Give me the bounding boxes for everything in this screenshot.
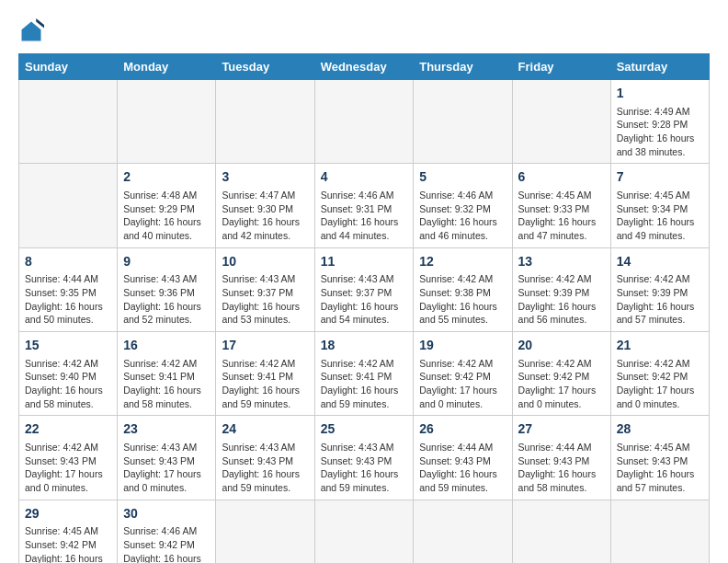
day-number: 27 — [518, 420, 605, 439]
day-number: 25 — [321, 420, 408, 439]
weekday-header: Saturday — [610, 54, 709, 80]
day-info: Sunrise: 4:42 AMSunset: 9:39 PMDaylight:… — [617, 272, 703, 327]
calendar-day-cell — [19, 164, 118, 247]
calendar-day-cell: 12Sunrise: 4:42 AMSunset: 9:38 PMDayligh… — [414, 247, 512, 331]
day-number: 21 — [617, 337, 703, 355]
calendar-day-cell — [216, 80, 314, 164]
calendar-header-row: SundayMondayTuesdayWednesdayThursdayFrid… — [19, 54, 710, 80]
calendar-day-cell — [314, 500, 414, 563]
day-info: Sunrise: 4:42 AMSunset: 9:42 PMDaylight:… — [518, 357, 605, 411]
calendar-day-cell — [414, 500, 512, 563]
day-info: Sunrise: 4:42 AMSunset: 9:38 PMDaylight:… — [419, 272, 506, 327]
day-number: 26 — [419, 420, 506, 439]
calendar-week-row: 22Sunrise: 4:42 AMSunset: 9:43 PMDayligh… — [19, 416, 710, 500]
weekday-header: Sunday — [19, 54, 118, 80]
day-info: Sunrise: 4:45 AMSunset: 9:34 PMDaylight:… — [617, 189, 703, 243]
day-info: Sunrise: 4:45 AMSunset: 9:42 PMDaylight:… — [25, 524, 111, 563]
day-number: 13 — [518, 253, 605, 271]
calendar-day-cell — [512, 500, 610, 563]
calendar-week-row: 29Sunrise: 4:45 AMSunset: 9:42 PMDayligh… — [19, 500, 710, 563]
day-info: Sunrise: 4:43 AMSunset: 9:36 PMDaylight:… — [123, 272, 210, 327]
logo-icon — [18, 18, 44, 44]
day-number: 15 — [25, 337, 111, 355]
day-info: Sunrise: 4:44 AMSunset: 9:35 PMDaylight:… — [25, 272, 111, 327]
day-number: 11 — [321, 253, 408, 271]
day-info: Sunrise: 4:44 AMSunset: 9:43 PMDaylight:… — [419, 441, 506, 495]
day-info: Sunrise: 4:43 AMSunset: 9:37 PMDaylight:… — [321, 272, 408, 327]
logo — [18, 18, 48, 44]
calendar-day-cell: 30Sunrise: 4:46 AMSunset: 9:42 PMDayligh… — [118, 500, 216, 563]
calendar-day-cell: 26Sunrise: 4:44 AMSunset: 9:43 PMDayligh… — [414, 416, 512, 500]
day-info: Sunrise: 4:44 AMSunset: 9:43 PMDaylight:… — [518, 441, 605, 495]
day-info: Sunrise: 4:46 AMSunset: 9:32 PMDaylight:… — [419, 189, 506, 243]
day-number: 30 — [123, 505, 210, 523]
calendar-day-cell: 4Sunrise: 4:46 AMSunset: 9:31 PMDaylight… — [314, 164, 414, 247]
day-info: Sunrise: 4:48 AMSunset: 9:29 PMDaylight:… — [123, 189, 210, 243]
day-number: 18 — [321, 337, 408, 355]
weekday-header: Friday — [512, 54, 610, 80]
calendar-day-cell: 15Sunrise: 4:42 AMSunset: 9:40 PMDayligh… — [19, 332, 118, 416]
calendar-day-cell: 8Sunrise: 4:44 AMSunset: 9:35 PMDaylight… — [19, 247, 118, 331]
day-number: 6 — [518, 168, 605, 187]
calendar-day-cell: 3Sunrise: 4:47 AMSunset: 9:30 PMDaylight… — [216, 164, 314, 247]
day-number: 12 — [419, 253, 506, 271]
calendar-day-cell: 2Sunrise: 4:48 AMSunset: 9:29 PMDaylight… — [118, 164, 216, 247]
day-number: 16 — [123, 337, 210, 355]
day-info: Sunrise: 4:45 AMSunset: 9:43 PMDaylight:… — [617, 441, 703, 495]
calendar-day-cell: 13Sunrise: 4:42 AMSunset: 9:39 PMDayligh… — [512, 247, 610, 331]
svg-marker-0 — [22, 22, 41, 41]
day-info: Sunrise: 4:42 AMSunset: 9:39 PMDaylight:… — [518, 272, 605, 327]
calendar-day-cell: 28Sunrise: 4:45 AMSunset: 9:43 PMDayligh… — [610, 416, 709, 500]
day-number: 5 — [419, 168, 506, 187]
calendar-day-cell: 27Sunrise: 4:44 AMSunset: 9:43 PMDayligh… — [512, 416, 610, 500]
svg-marker-1 — [36, 18, 44, 29]
day-number: 1 — [617, 85, 703, 103]
day-info: Sunrise: 4:43 AMSunset: 9:37 PMDaylight:… — [222, 272, 308, 327]
day-info: Sunrise: 4:47 AMSunset: 9:30 PMDaylight:… — [222, 189, 308, 243]
day-number: 14 — [617, 253, 703, 271]
day-number: 4 — [321, 168, 408, 187]
weekday-header: Tuesday — [216, 54, 314, 80]
day-number: 22 — [25, 420, 111, 439]
day-number: 17 — [222, 337, 308, 355]
calendar-week-row: 1Sunrise: 4:49 AMSunset: 9:28 PMDaylight… — [19, 80, 710, 164]
day-number: 20 — [518, 337, 605, 355]
day-info: Sunrise: 4:45 AMSunset: 9:33 PMDaylight:… — [518, 189, 605, 243]
calendar-day-cell: 18Sunrise: 4:42 AMSunset: 9:41 PMDayligh… — [314, 332, 414, 416]
day-info: Sunrise: 4:42 AMSunset: 9:41 PMDaylight:… — [321, 357, 408, 411]
day-info: Sunrise: 4:46 AMSunset: 9:31 PMDaylight:… — [321, 189, 408, 243]
day-number: 29 — [25, 505, 111, 523]
calendar-day-cell — [19, 80, 118, 164]
calendar-day-cell: 19Sunrise: 4:42 AMSunset: 9:42 PMDayligh… — [414, 332, 512, 416]
calendar-day-cell: 7Sunrise: 4:45 AMSunset: 9:34 PMDaylight… — [610, 164, 709, 247]
calendar-day-cell: 10Sunrise: 4:43 AMSunset: 9:37 PMDayligh… — [216, 247, 314, 331]
day-number: 19 — [419, 337, 506, 355]
day-info: Sunrise: 4:42 AMSunset: 9:41 PMDaylight:… — [123, 357, 210, 411]
calendar-day-cell: 16Sunrise: 4:42 AMSunset: 9:41 PMDayligh… — [118, 332, 216, 416]
day-number: 8 — [25, 253, 111, 271]
calendar-day-cell: 6Sunrise: 4:45 AMSunset: 9:33 PMDaylight… — [512, 164, 610, 247]
day-number: 24 — [222, 420, 308, 439]
day-number: 28 — [617, 420, 703, 439]
day-number: 2 — [123, 168, 210, 187]
page-header — [18, 18, 710, 44]
calendar-day-cell: 21Sunrise: 4:42 AMSunset: 9:42 PMDayligh… — [610, 332, 709, 416]
calendar-day-cell: 23Sunrise: 4:43 AMSunset: 9:43 PMDayligh… — [118, 416, 216, 500]
day-info: Sunrise: 4:43 AMSunset: 9:43 PMDaylight:… — [222, 441, 308, 495]
calendar-day-cell: 22Sunrise: 4:42 AMSunset: 9:43 PMDayligh… — [19, 416, 118, 500]
weekday-header: Wednesday — [314, 54, 414, 80]
calendar-day-cell: 5Sunrise: 4:46 AMSunset: 9:32 PMDaylight… — [414, 164, 512, 247]
calendar-day-cell: 24Sunrise: 4:43 AMSunset: 9:43 PMDayligh… — [216, 416, 314, 500]
calendar-day-cell — [512, 80, 610, 164]
day-number: 7 — [617, 168, 703, 187]
day-info: Sunrise: 4:42 AMSunset: 9:40 PMDaylight:… — [25, 357, 111, 411]
day-info: Sunrise: 4:43 AMSunset: 9:43 PMDaylight:… — [321, 441, 408, 495]
day-info: Sunrise: 4:42 AMSunset: 9:43 PMDaylight:… — [25, 441, 111, 495]
calendar-day-cell: 1Sunrise: 4:49 AMSunset: 9:28 PMDaylight… — [610, 80, 709, 164]
calendar-day-cell: 25Sunrise: 4:43 AMSunset: 9:43 PMDayligh… — [314, 416, 414, 500]
calendar-day-cell: 17Sunrise: 4:42 AMSunset: 9:41 PMDayligh… — [216, 332, 314, 416]
day-number: 10 — [222, 253, 308, 271]
calendar-day-cell: 29Sunrise: 4:45 AMSunset: 9:42 PMDayligh… — [19, 500, 118, 563]
calendar-week-row: 8Sunrise: 4:44 AMSunset: 9:35 PMDaylight… — [19, 247, 710, 331]
day-info: Sunrise: 4:42 AMSunset: 9:42 PMDaylight:… — [419, 357, 506, 411]
